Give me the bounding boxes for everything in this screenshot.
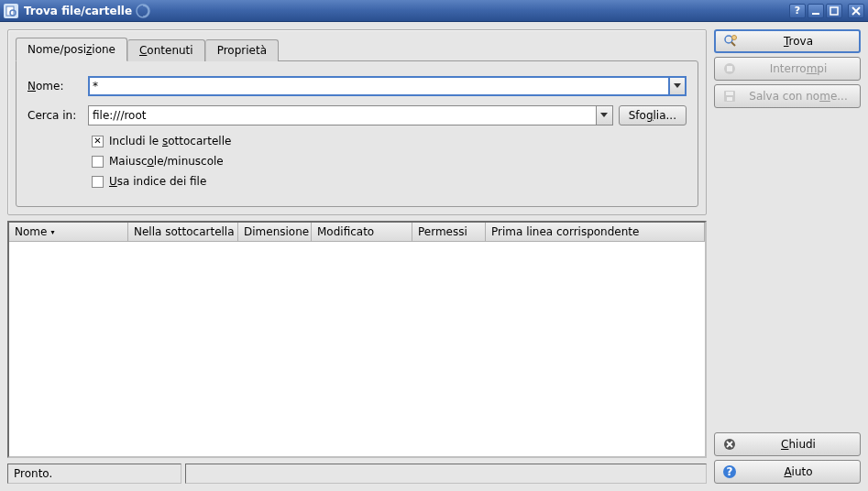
- chevron-down-icon: [674, 83, 681, 89]
- svg-rect-4: [830, 7, 838, 15]
- col-size[interactable]: Dimensione: [238, 223, 312, 241]
- close-button[interactable]: [848, 4, 864, 18]
- status-ready: Pronto.: [7, 464, 181, 484]
- help-button[interactable]: ?: [789, 4, 806, 18]
- tab-content: Nome: Cerca in:: [16, 60, 698, 207]
- results-table: Nome ▾ Nella sottocartella Dimensione Mo…: [7, 221, 707, 458]
- svg-point-7: [732, 36, 737, 40]
- window-title: Trova file/cartelle: [24, 5, 132, 17]
- right-panel: Trova Interrompi Salva con nome... Chiud…: [714, 29, 861, 484]
- col-modified[interactable]: Modificato: [312, 223, 412, 241]
- svg-point-5: [725, 36, 732, 43]
- name-combo: [88, 76, 687, 96]
- chevron-down-icon: [600, 113, 608, 118]
- name-dropdown-button[interactable]: [670, 76, 687, 96]
- minimize-button[interactable]: [808, 4, 824, 18]
- results-header: Nome ▾ Nella sottocartella Dimensione Mo…: [9, 223, 705, 242]
- col-first-match[interactable]: Prima linea corrispondente: [486, 223, 705, 241]
- svg-text:?: ?: [727, 465, 733, 478]
- tab-contents[interactable]: Contenuti: [127, 39, 205, 61]
- col-name-label: Nome: [15, 225, 47, 238]
- svg-rect-11: [726, 92, 733, 95]
- tab-name-position[interactable]: Nome/posizione: [16, 38, 127, 61]
- search-icon: [723, 34, 738, 49]
- include-subfolders-row: Includi le sottocartelle: [92, 135, 687, 147]
- tabs: Nome/posizione Contenuti Proprietà: [16, 38, 698, 61]
- use-index-row: Usa indice dei file: [92, 175, 687, 188]
- svg-line-6: [731, 42, 735, 46]
- svg-rect-12: [727, 97, 732, 101]
- use-index-checkbox[interactable]: [92, 176, 104, 188]
- left-panel: Nome/posizione Contenuti Proprietà Nome:: [7, 29, 707, 484]
- help-icon: ?: [722, 464, 737, 479]
- svg-point-2: [137, 5, 149, 17]
- col-subfolder[interactable]: Nella sottocartella: [128, 223, 238, 241]
- titlebar: Trova file/cartelle ?: [0, 0, 868, 22]
- find-button[interactable]: Trova: [714, 29, 861, 53]
- close-icon: [722, 437, 737, 452]
- include-subfolders-checkbox[interactable]: [92, 136, 104, 147]
- search-criteria-group: Nome/posizione Contenuti Proprietà Nome:: [7, 29, 707, 215]
- kde-swirl-icon: [136, 4, 150, 18]
- sort-arrow-icon: ▾: [50, 228, 54, 236]
- search-in-row: Cerca in: Sfoglia...: [27, 105, 687, 125]
- search-in-input[interactable]: [88, 105, 597, 125]
- save-icon: [722, 89, 737, 104]
- tab-properties-label: Proprietà: [217, 44, 267, 57]
- maximize-button[interactable]: [826, 4, 842, 18]
- results-body[interactable]: [9, 242, 705, 456]
- status-detail: [185, 464, 707, 484]
- app-icon: [4, 4, 18, 18]
- window-body: Nome/posizione Contenuti Proprietà Nome:: [0, 22, 868, 491]
- case-sensitive-row: Maiuscole/minuscole: [92, 155, 687, 168]
- stop-button: Interrompi: [714, 57, 861, 81]
- search-in-dropdown-button[interactable]: [597, 105, 613, 125]
- name-row: Nome:: [27, 76, 687, 96]
- help-dialog-button[interactable]: ? Aiuto: [714, 460, 861, 484]
- col-name[interactable]: Nome ▾: [9, 223, 128, 241]
- col-permissions[interactable]: Permessi: [412, 223, 486, 241]
- browse-button[interactable]: Sfoglia...: [619, 105, 687, 125]
- tab-properties[interactable]: Proprietà: [205, 39, 279, 61]
- save-as-button: Salva con nome...: [714, 84, 861, 108]
- svg-rect-9: [727, 66, 732, 71]
- case-sensitive-checkbox[interactable]: [92, 156, 104, 168]
- search-in-label: Cerca in:: [27, 109, 82, 122]
- svg-rect-3: [812, 13, 819, 15]
- name-input[interactable]: [88, 76, 670, 96]
- status-bar: Pronto.: [7, 464, 707, 484]
- close-dialog-button[interactable]: Chiudi: [714, 432, 861, 456]
- stop-icon: [722, 61, 737, 76]
- search-in-combo: [88, 105, 613, 125]
